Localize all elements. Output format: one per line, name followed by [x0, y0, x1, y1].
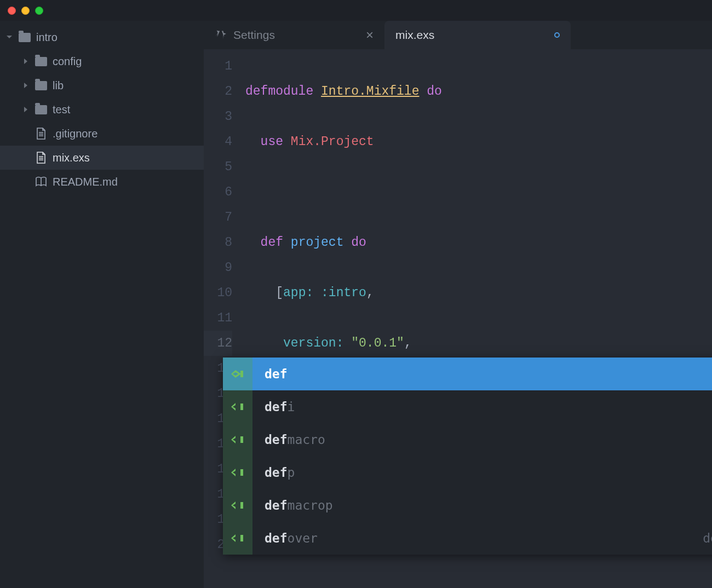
tree-root[interactable]: intro — [0, 25, 204, 49]
folder-icon — [19, 31, 31, 43]
modified-indicator-icon — [554, 32, 560, 38]
chevron-down-icon — [5, 34, 13, 41]
folder-icon — [35, 55, 47, 67]
folder-icon — [35, 79, 47, 91]
titlebar — [0, 0, 712, 21]
file-icon — [35, 152, 47, 164]
line-number: 5 — [204, 154, 232, 180]
svg-rect-0 — [240, 371, 243, 377]
snippet-icon — [223, 489, 252, 522]
tab-settings[interactable]: Settings × — [204, 21, 384, 49]
file-icon — [35, 128, 47, 140]
snippet-icon — [223, 358, 252, 390]
window-zoom-button[interactable] — [35, 7, 43, 15]
line-number: 10 — [204, 280, 232, 305]
tree-item-label: mix.exs — [53, 152, 90, 164]
snippet-icon — [223, 456, 252, 489]
tab-label: Settings — [233, 28, 275, 42]
tree-item-label: README.md — [53, 176, 118, 188]
svg-rect-4 — [240, 502, 243, 509]
line-number: 12 — [204, 331, 232, 356]
tree-item-mixexs[interactable]: mix.exs — [0, 146, 204, 170]
book-icon — [35, 176, 47, 188]
line-number: 8 — [204, 230, 232, 255]
tree-item-label: .gitignore — [53, 128, 97, 140]
line-number: 7 — [204, 205, 232, 230]
settings-icon — [215, 28, 227, 43]
line-number: 3 — [204, 104, 232, 129]
tree-root-label: intro — [36, 31, 58, 44]
tree-item-lib[interactable]: lib — [0, 73, 204, 97]
tree-item-label: lib — [53, 79, 64, 92]
autocomplete-popup[interactable]: def def defi defimpl defmacro defmacro — [223, 358, 712, 555]
line-number: 4 — [204, 129, 232, 154]
autocomplete-item[interactable]: defmacro defmacro — [223, 423, 712, 456]
file-tree[interactable]: intro config lib test — [0, 21, 204, 588]
tree-item-gitignore[interactable]: .gitignore — [0, 122, 204, 146]
code-editor[interactable]: 1 2 3 4 5 6 7 8 9 10 11 12 13 14 15 16 1… — [204, 49, 712, 588]
autocomplete-item[interactable]: defmacrop defmacrop — [223, 489, 712, 522]
tab-mixexs[interactable]: mix.exs — [384, 21, 571, 49]
svg-rect-1 — [240, 403, 243, 410]
chevron-right-icon — [22, 58, 30, 65]
tab-label: mix.exs — [395, 28, 434, 42]
autocomplete-item[interactable]: defover defoverridable — [223, 522, 712, 555]
tree-item-label: config — [53, 55, 82, 68]
line-number: 9 — [204, 255, 232, 280]
autocomplete-item[interactable]: def def — [223, 358, 712, 390]
tree-item-config[interactable]: config — [0, 49, 204, 73]
svg-rect-2 — [240, 436, 243, 443]
window-minimize-button[interactable] — [21, 7, 30, 15]
chevron-right-icon — [22, 106, 30, 113]
line-number: 2 — [204, 79, 232, 104]
folder-icon — [35, 103, 47, 116]
close-icon[interactable]: × — [344, 27, 374, 43]
autocomplete-item[interactable]: defp defp — [223, 456, 712, 489]
line-number: 11 — [204, 305, 232, 331]
autocomplete-item[interactable]: defi defimpl — [223, 390, 712, 423]
tree-item-test[interactable]: test — [0, 97, 204, 122]
tab-bar: Settings × mix.exs — [204, 21, 712, 49]
window-close-button[interactable] — [8, 7, 16, 15]
tree-item-readme[interactable]: README.md — [0, 170, 204, 194]
editor-area: Settings × mix.exs 1 2 3 4 5 6 7 8 9 10 … — [204, 21, 712, 588]
line-number: 1 — [204, 54, 232, 79]
svg-rect-5 — [240, 535, 243, 541]
chevron-right-icon — [22, 82, 30, 89]
tree-item-label: test — [53, 103, 70, 116]
svg-rect-3 — [240, 469, 243, 476]
snippet-icon — [223, 390, 252, 423]
snippet-icon — [223, 423, 252, 456]
snippet-icon — [223, 522, 252, 555]
line-number: 6 — [204, 180, 232, 205]
